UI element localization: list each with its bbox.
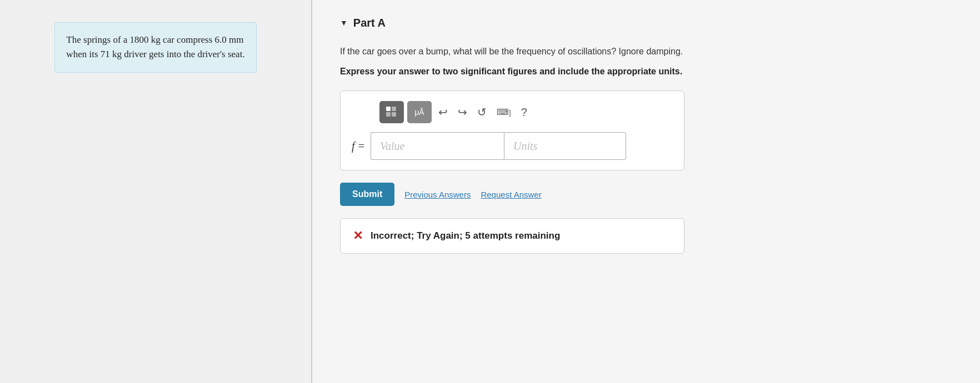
- svg-rect-2: [386, 112, 391, 117]
- instruction-text: Express your answer to two significant f…: [340, 65, 952, 78]
- request-answer-button[interactable]: Request Answer: [481, 190, 541, 199]
- submit-button[interactable]: Submit: [340, 183, 394, 206]
- units-icon: μÅ: [414, 108, 424, 117]
- input-row: f =: [352, 132, 673, 160]
- units-input[interactable]: [504, 132, 626, 160]
- toolbar: μÅ ↩ ↪ ↺ ⌨] ?: [352, 101, 673, 123]
- problem-statement: The springs of a 1800 kg car compress 6.…: [54, 22, 256, 73]
- collapse-chevron-icon[interactable]: ▼: [340, 19, 348, 28]
- previous-answers-button[interactable]: Previous Answers: [404, 190, 471, 199]
- feedback-text: Incorrect; Try Again; 5 attempts remaini…: [371, 230, 560, 241]
- svg-rect-3: [392, 112, 396, 117]
- help-button[interactable]: ?: [518, 104, 531, 121]
- refresh-button[interactable]: ↺: [474, 103, 490, 121]
- part-title: Part A: [353, 17, 386, 29]
- left-panel: The springs of a 1800 kg car compress 6.…: [0, 0, 311, 383]
- answer-container: μÅ ↩ ↪ ↺ ⌨] ? f =: [340, 90, 684, 170]
- part-header: ▼ Part A: [340, 17, 952, 29]
- feedback-box: ✕ Incorrect; Try Again; 5 attempts remai…: [340, 218, 684, 254]
- value-input[interactable]: [371, 132, 504, 160]
- right-panel: ▼ Part A If the car goes over a bump, wh…: [312, 0, 980, 383]
- units-button[interactable]: μÅ: [407, 101, 432, 123]
- keyboard-button[interactable]: ⌨]: [493, 105, 514, 119]
- error-icon: ✕: [353, 229, 363, 243]
- svg-rect-0: [386, 107, 391, 111]
- problem-text: The springs of a 1800 kg car compress 6.…: [66, 34, 244, 59]
- action-row: Submit Previous Answers Request Answer: [340, 183, 952, 206]
- matrix-button[interactable]: [379, 101, 404, 123]
- undo-button[interactable]: ↩: [435, 103, 451, 121]
- svg-rect-1: [392, 107, 396, 111]
- redo-button[interactable]: ↪: [454, 103, 471, 121]
- variable-label: f =: [352, 140, 365, 153]
- question-text: If the car goes over a bump, what will b…: [340, 45, 952, 58]
